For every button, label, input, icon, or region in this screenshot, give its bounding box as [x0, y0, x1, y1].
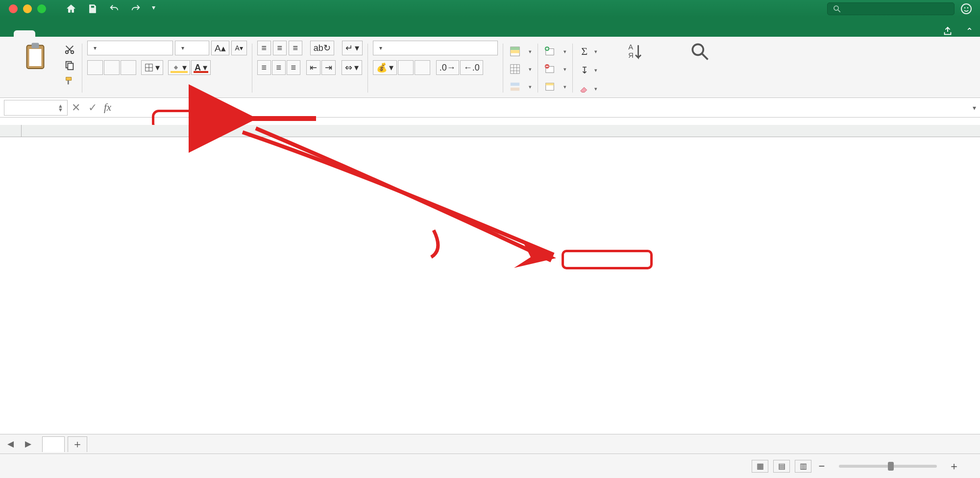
find-select-button[interactable] — [673, 41, 727, 63]
paste-button[interactable] — [12, 41, 58, 96]
format-painter-button[interactable] — [62, 75, 77, 87]
ribbon-tabs: ⌃ — [0, 17, 980, 37]
svg-point-3 — [964, 7, 966, 8]
align-top-button[interactable]: ≡ — [257, 41, 271, 55]
format-as-table-button[interactable]: ▾ — [508, 61, 533, 77]
copy-button[interactable] — [62, 59, 77, 71]
delete-cells-icon — [544, 63, 556, 75]
name-box-spinner-icon[interactable]: ▲▼ — [58, 104, 63, 112]
window-controls — [9, 4, 46, 13]
group-number: ▾ 💰▾ .0→ ←.0 — [368, 41, 503, 96]
group-alignment: ≡ ≡ ≡ ab↻ ↵▾ ≡ ≡ ≡ ⇤ ⇥ ⇔▾ — [252, 41, 368, 96]
increase-indent-button[interactable]: ⇥ — [321, 60, 336, 75]
sheet-search-box[interactable] — [827, 2, 955, 15]
view-normal-button[interactable]: ▦ — [752, 460, 768, 473]
delete-cells-button[interactable]: ▾ — [543, 61, 567, 77]
decrease-decimal-button[interactable]: ←.0 — [460, 60, 483, 75]
zoom-slider[interactable] — [839, 465, 937, 468]
status-bar: ▦ ▤ ▥ − ＋ — [0, 454, 980, 478]
svg-rect-7 — [31, 43, 39, 48]
comma-style-button[interactable] — [415, 60, 430, 75]
tab-insert[interactable] — [35, 30, 57, 37]
font-color-button[interactable]: А▾ — [191, 60, 211, 75]
percent-button[interactable] — [398, 60, 414, 75]
zoom-out-button[interactable]: − — [816, 460, 827, 473]
increase-decimal-button[interactable]: .0→ — [436, 60, 459, 75]
view-page-layout-button[interactable]: ▤ — [773, 460, 790, 473]
select-all-corner[interactable] — [0, 125, 22, 137]
cancel-formula-button[interactable]: ✕ — [68, 100, 84, 116]
insert-cells-button[interactable]: ▾ — [543, 44, 567, 59]
borders-button[interactable]: ▾ — [141, 60, 163, 75]
font-size-combo[interactable]: ▾ — [175, 41, 209, 55]
decrease-indent-button[interactable]: ⇤ — [306, 60, 320, 75]
search-icon — [833, 4, 841, 13]
underline-button[interactable] — [121, 60, 136, 75]
number-format-combo[interactable]: ▾ — [373, 41, 498, 55]
fill-button[interactable]: ↧▾ — [578, 62, 598, 78]
clear-button[interactable]: ▾ — [578, 81, 598, 96]
bold-button[interactable] — [87, 60, 103, 75]
merge-center-button[interactable]: ⇔▾ — [342, 60, 362, 75]
fx-icon[interactable]: fx — [104, 101, 111, 114]
align-center-button[interactable]: ≡ — [272, 60, 286, 75]
name-box[interactable]: ▲▼ — [4, 100, 68, 116]
fill-color-button[interactable]: ▾ — [168, 60, 190, 75]
format-cells-button[interactable]: ▾ — [543, 79, 567, 95]
expand-formula-bar-icon[interactable]: ▾ — [968, 104, 980, 112]
font-name-combo[interactable]: ▾ — [87, 41, 173, 55]
sheet-nav-next[interactable]: ▶ — [21, 437, 35, 452]
italic-button[interactable] — [104, 60, 120, 75]
tab-home[interactable] — [14, 30, 35, 37]
share-button[interactable] — [942, 26, 957, 37]
group-editing: Σ▾ ↧▾ ▾ AЯ — [573, 41, 732, 96]
zoom-in-button[interactable]: ＋ — [949, 459, 959, 474]
autosum-button[interactable]: Σ▾ — [578, 44, 598, 59]
conditional-formatting-button[interactable]: ▾ — [508, 44, 533, 59]
feedback-icon[interactable] — [960, 3, 972, 15]
svg-rect-23 — [511, 83, 519, 86]
redo-icon[interactable] — [130, 3, 141, 14]
cell-styles-button[interactable]: ▾ — [508, 79, 533, 95]
svg-rect-17 — [511, 50, 519, 53]
eraser-icon — [579, 83, 590, 95]
worksheet-grid[interactable] — [0, 125, 980, 434]
tab-data[interactable] — [100, 30, 122, 37]
undo-icon[interactable] — [109, 3, 120, 14]
save-icon[interactable] — [87, 3, 98, 14]
format-cells-icon — [544, 81, 556, 93]
align-left-button[interactable]: ≡ — [257, 60, 271, 75]
qat-customize-icon[interactable]: ▾ — [152, 3, 163, 14]
scissors-icon — [64, 44, 75, 55]
tab-formulas[interactable] — [78, 30, 100, 37]
quick-access-toolbar: ▾ — [66, 3, 163, 14]
add-sheet-button[interactable]: ＋ — [68, 436, 87, 452]
collapse-ribbon-icon[interactable]: ⌃ — [966, 26, 973, 37]
zoom-window-button[interactable] — [37, 4, 46, 13]
tab-view[interactable] — [143, 30, 165, 37]
share-icon — [942, 26, 953, 37]
home-icon[interactable] — [66, 3, 76, 14]
grow-font-button[interactable]: A▴ — [211, 41, 229, 55]
wrap-text-button[interactable]: ↵▾ — [342, 41, 363, 55]
sort-filter-button[interactable]: AЯ — [606, 41, 665, 63]
shrink-font-button[interactable]: A▾ — [231, 41, 247, 55]
align-right-button[interactable]: ≡ — [287, 60, 300, 75]
align-bottom-button[interactable]: ≡ — [289, 41, 302, 55]
cut-button[interactable] — [62, 44, 77, 55]
bucket-icon — [172, 64, 180, 71]
currency-button[interactable]: 💰▾ — [373, 60, 397, 75]
svg-rect-11 — [68, 63, 73, 70]
svg-rect-24 — [511, 88, 519, 91]
tab-review[interactable] — [122, 30, 143, 37]
enter-formula-button[interactable]: ✓ — [84, 100, 101, 116]
tab-layout[interactable] — [57, 30, 78, 37]
sheet-tab-active[interactable] — [42, 436, 65, 452]
sheet-nav-prev[interactable]: ◀ — [3, 437, 18, 452]
close-window-button[interactable] — [9, 4, 18, 13]
align-middle-button[interactable]: ≡ — [273, 41, 287, 55]
minimize-window-button[interactable] — [23, 4, 32, 13]
orientation-button[interactable]: ab↻ — [310, 41, 334, 55]
formula-bar: ▲▼ ✕ ✓ fx ▾ — [0, 98, 980, 118]
view-page-break-button[interactable]: ▥ — [795, 460, 811, 473]
